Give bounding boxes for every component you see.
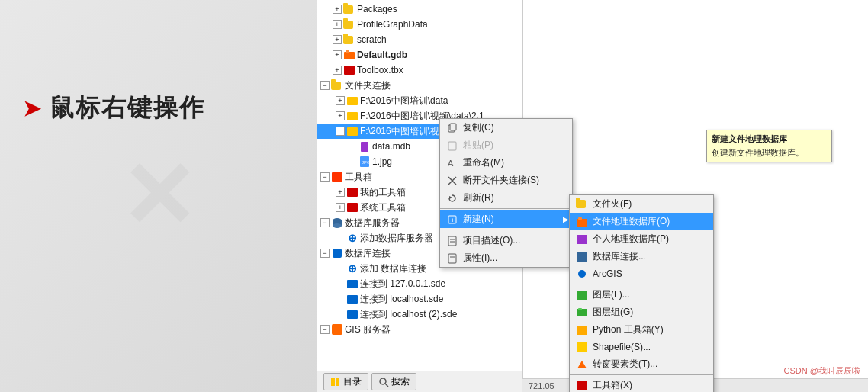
new-file-gdb-icon [576,216,588,228]
tree-item-profilegraphdata[interactable]: ProfileGraphData [317,17,522,32]
ctx-refresh[interactable]: 刷新(R) [440,189,572,207]
tree-item-default-gdb[interactable]: Default.gdb [317,47,522,63]
add-db-server-label: 添加数据库服务器 [360,231,433,245]
gdb-label: Default.gdb [357,48,407,62]
ctx-refresh-label: 刷新(R) [463,191,494,204]
ctx-new-db-conn[interactable]: 数据库连接... [570,248,713,265]
arcgis-icon [576,268,588,280]
tooltip-title: 新建文件地理数据库 [712,133,827,145]
jpg-icon: JPG [358,156,371,168]
sys-toolbox-icon [346,201,358,214]
catalog-button[interactable]: 目录 [323,373,368,390]
ctx-new-personal-gdb[interactable]: 个人地理数据库(P) [570,230,713,248]
tree-item-toolbox-tbx[interactable]: Toolbox.tbx [317,63,522,78]
svg-rect-10 [347,188,358,197]
expand-toolbox[interactable] [320,172,330,182]
expand-conn2[interactable] [336,111,345,120]
ctx-convert[interactable]: 转窗要素类(T)... [570,355,713,373]
db-server-label: 数据库服务器 [345,216,400,230]
tree-item-localhost2[interactable]: 连接到 localhost (2).sde [317,307,522,322]
db-link-icon [346,278,358,290]
props-icon [446,252,458,265]
profile-label: ProfileGraphData [357,18,428,31]
new-file-gdb-label: 文件地理数据库(O) [593,215,670,228]
link-icon [346,95,358,107]
tbx-label: Toolbox.tbx [357,63,403,77]
tree-item-conn127[interactable]: 连接到 127.0.0.1.sde [317,276,522,291]
leaf2 [336,264,345,273]
search-button[interactable]: 搜索 [371,373,416,390]
expand-db-server[interactable] [320,218,330,227]
svg-text:JPG: JPG [362,160,369,165]
ctx-new[interactable]: + 新建(N) ▶ [440,210,572,228]
ctx-new-layer-group[interactable]: 图层组(G) [570,304,713,321]
leaf3 [336,279,345,288]
svg-rect-47 [577,342,587,352]
link-icon3 [346,125,358,137]
expand-conn1[interactable] [336,96,345,105]
jpg-label: 1.jpg [372,155,392,169]
svg-rect-9 [332,172,342,182]
new-folder-label: 文件夹(F) [593,198,632,210]
expand-my-toolbox[interactable] [336,188,345,197]
packages-label: Packages [357,2,397,16]
conn127-label: 连接到 127.0.0.1.sde [360,277,445,291]
tree-item-gis-server[interactable]: GIS 服务器 [317,322,522,337]
svg-rect-2 [344,66,355,75]
add-db-conn-label: 添加 数据库连接 [360,262,426,275]
ctx-properties-label: 属性(I)... [463,252,497,265]
tree-item-scratch[interactable]: scratch [317,32,522,47]
refresh-icon [446,192,458,204]
svg-rect-44 [577,309,587,316]
expand-profile[interactable] [333,20,342,29]
ctx-new-toolbox[interactable]: 工具箱(X) [570,377,713,392]
svg-rect-18 [347,310,358,319]
catalog-label: 目录 [343,375,362,388]
expand-gdb[interactable] [333,50,342,59]
mdb-icon [358,140,371,153]
expand-scratch[interactable] [333,35,342,44]
expand-tbx[interactable] [333,66,342,75]
expand-db-conn[interactable] [320,249,330,258]
ctx-new-shapefile[interactable]: Shapefile(S)... [570,339,713,355]
expand-folderconn[interactable] [320,81,330,90]
conn1-label: F:\2016中图培训\data [360,94,448,108]
ctx-copy[interactable]: 复制(C) [440,119,572,137]
tree-item-conn1[interactable]: F:\2016中图培训\data [317,93,522,108]
ctx-new-folder[interactable]: 文件夹(F) [570,195,713,213]
ctx-new-layer[interactable]: 图层(L)... [570,286,713,304]
add-db-conn-icon: ⊕ [346,262,358,275]
arcgis-label: ArcGIS [593,268,622,279]
tree-item-packages[interactable]: Packages [317,2,522,17]
svg-point-22 [380,378,386,384]
ctx-new-python-toolbox[interactable]: Python 工具箱(Y) [570,321,713,339]
ctx-rename-label: 重命名(M) [463,156,504,169]
ctx-arcgis[interactable]: ArcGIS [570,265,713,282]
folder-icon [343,34,355,46]
expand-conn3[interactable] [336,127,345,136]
ctx-disconnect[interactable]: 断开文件夹连接(S) [440,172,572,189]
ctx-rename[interactable]: A 重命名(M) [440,154,572,172]
ctx-new-file-gdb[interactable]: 文件地理数据库(O) [570,213,713,230]
layer-group-label: 图层组(G) [593,306,633,319]
gis-label: GIS 服务器 [345,323,391,336]
expand-gis[interactable] [320,325,330,334]
new-folder-icon [576,198,588,210]
tree-item-folder-connection[interactable]: 文件夹连接 [317,78,522,93]
layer-group-icon [576,307,588,319]
expand-packages[interactable] [333,5,342,14]
ctx-project-desc[interactable]: 项目描述(O)... [440,232,572,249]
new-db-conn-label: 数据库连接... [593,250,646,263]
svg-rect-11 [347,203,358,212]
svg-point-14 [333,223,342,228]
new-db-conn-icon [576,251,588,263]
ctx-sep3 [570,284,713,284]
ctx-copy-label: 复制(C) [463,121,494,134]
svg-rect-45 [578,308,582,310]
python-icon [576,324,588,336]
ctx-properties[interactable]: 属性(I)... [440,249,572,267]
svg-line-23 [385,384,388,387]
tree-item-localhost[interactable]: 连接到 localhost.sde [317,291,522,307]
expand-sys-toolbox[interactable] [336,203,345,212]
db-link-icon2 [346,293,358,305]
